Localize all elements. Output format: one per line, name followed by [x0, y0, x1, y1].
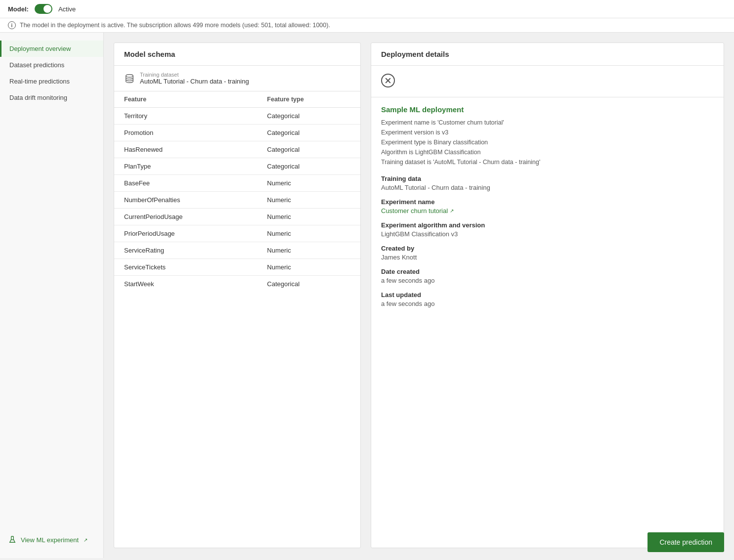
schema-panel-header: Model schema: [114, 43, 360, 66]
feature-name-cell: Territory: [114, 108, 257, 125]
feature-type-cell: Categorical: [257, 125, 360, 141]
detail-label: Date created: [381, 268, 714, 275]
info-message: The model in the deployment is active. T…: [20, 22, 330, 29]
feature-type-cell: Categorical: [257, 276, 360, 293]
table-row: BaseFeeNumeric: [114, 175, 360, 192]
feature-type-cell: Numeric: [257, 175, 360, 192]
training-dataset-name: AutoML Tutorial - Churn data - training: [140, 78, 249, 85]
model-label: Model:: [8, 5, 29, 13]
table-row: PriorPeriodUsageNumeric: [114, 225, 360, 242]
training-dataset-section: Training dataset AutoML Tutorial - Churn…: [114, 66, 360, 91]
detail-value: AutoML Tutorial - Churn data - training: [381, 184, 714, 191]
active-status: Active: [58, 5, 76, 13]
feature-type-cell: Categorical: [257, 108, 360, 125]
sidebar-item-data-drift-monitoring[interactable]: Data drift monitoring: [0, 89, 103, 106]
feature-name-cell: ServiceTickets: [114, 259, 257, 276]
table-row: StartWeekCategorical: [114, 276, 360, 293]
training-dataset-label: Training dataset: [140, 72, 249, 78]
info-icon: i: [8, 21, 16, 29]
sidebar-item-realtime-predictions[interactable]: Real-time predictions: [0, 73, 103, 89]
svg-point-0: [126, 74, 133, 77]
feature-type-cell: Numeric: [257, 209, 360, 225]
sidebar: Deployment overview Dataset predictions …: [0, 33, 104, 558]
sidebar-item-deployment-overview[interactable]: Deployment overview: [0, 41, 103, 57]
model-toggle[interactable]: [35, 4, 52, 14]
feature-table: Feature Feature type TerritoryCategorica…: [114, 91, 360, 292]
feature-type-column-header: Feature type: [257, 91, 360, 108]
details-icon-row: [371, 66, 724, 97]
deployment-name: Sample ML deployment: [381, 105, 714, 114]
feature-name-cell: Promotion: [114, 125, 257, 141]
content-area: Model schema Training dataset AutoML Tut…: [104, 33, 734, 558]
bottom-bar: Create prediction: [0, 524, 734, 560]
table-row: ServiceRatingNumeric: [114, 242, 360, 259]
details-panel: Deployment details Sample ML deployment …: [371, 43, 724, 548]
feature-name-cell: PlanType: [114, 158, 257, 175]
detail-link-experiment-name[interactable]: Customer churn tutorial↗: [381, 207, 454, 215]
feature-type-cell: Numeric: [257, 225, 360, 242]
table-row: TerritoryCategorical: [114, 108, 360, 125]
table-row: PlanTypeCategorical: [114, 158, 360, 175]
feature-name-cell: HasRenewed: [114, 141, 257, 158]
feature-type-cell: Numeric: [257, 242, 360, 259]
description-line: Algorithm is LightGBM Classification: [381, 147, 714, 157]
detail-section-experiment-algorithm: Experiment algorithm and versionLightGBM…: [381, 221, 714, 238]
detail-label: Experiment name: [381, 198, 714, 206]
training-dataset-info: Training dataset AutoML Tutorial - Churn…: [140, 72, 249, 85]
feature-name-cell: PriorPeriodUsage: [114, 225, 257, 242]
table-row: PromotionCategorical: [114, 125, 360, 141]
main-layout: Deployment overview Dataset predictions …: [0, 33, 734, 558]
feature-name-cell: CurrentPeriodUsage: [114, 209, 257, 225]
detail-value: a few seconds ago: [381, 300, 714, 307]
detail-label: Experiment algorithm and version: [381, 221, 714, 229]
description-line: Experiment name is 'Customer churn tutor…: [381, 118, 714, 128]
table-row: ServiceTicketsNumeric: [114, 259, 360, 276]
table-row: NumberOfPenaltiesNumeric: [114, 192, 360, 209]
sidebar-item-dataset-predictions[interactable]: Dataset predictions: [0, 57, 103, 73]
detail-section-date-created: Date createda few seconds ago: [381, 268, 714, 284]
top-bar: Model: Active: [0, 0, 734, 18]
detail-value: James Knott: [381, 254, 714, 261]
details-panel-header: Deployment details: [371, 43, 724, 66]
feature-name-cell: NumberOfPenalties: [114, 192, 257, 209]
detail-section-last-updated: Last updateda few seconds ago: [381, 291, 714, 307]
detail-label: Last updated: [381, 291, 714, 299]
feature-type-cell: Categorical: [257, 158, 360, 175]
description-line: Experiment version is v3: [381, 128, 714, 137]
feature-type-cell: Numeric: [257, 192, 360, 209]
feature-name-cell: StartWeek: [114, 276, 257, 293]
info-bar: i The model in the deployment is active.…: [0, 18, 734, 33]
detail-label: Training data: [381, 175, 714, 182]
table-row: HasRenewedCategorical: [114, 141, 360, 158]
detail-label: Created by: [381, 245, 714, 252]
detail-section-experiment-name: Experiment nameCustomer churn tutorial↗: [381, 198, 714, 215]
feature-name-cell: BaseFee: [114, 175, 257, 192]
detail-section-created-by: Created byJames Knott: [381, 245, 714, 261]
create-prediction-button[interactable]: Create prediction: [648, 532, 724, 552]
detail-value: a few seconds ago: [381, 277, 714, 284]
feature-name-cell: ServiceRating: [114, 242, 257, 259]
detail-section-training-data: Training dataAutoML Tutorial - Churn dat…: [381, 175, 714, 191]
cancel-circle-icon: [381, 74, 395, 87]
external-link-icon: ↗: [450, 208, 454, 214]
feature-type-cell: Numeric: [257, 259, 360, 276]
deployment-description: Experiment name is 'Customer churn tutor…: [381, 118, 714, 167]
schema-panel: Model schema Training dataset AutoML Tut…: [114, 43, 361, 548]
feature-type-cell: Categorical: [257, 141, 360, 158]
feature-column-header: Feature: [114, 91, 257, 108]
table-row: CurrentPeriodUsageNumeric: [114, 209, 360, 225]
description-line: Training dataset is 'AutoML Tutorial - C…: [381, 157, 714, 167]
sidebar-nav: Deployment overview Dataset predictions …: [0, 41, 103, 106]
details-content: Sample ML deployment Experiment name is …: [371, 97, 724, 322]
database-icon: [124, 73, 135, 84]
detail-value: LightGBM Classification v3: [381, 230, 714, 238]
description-line: Experiment type is Binary classification: [381, 137, 714, 147]
